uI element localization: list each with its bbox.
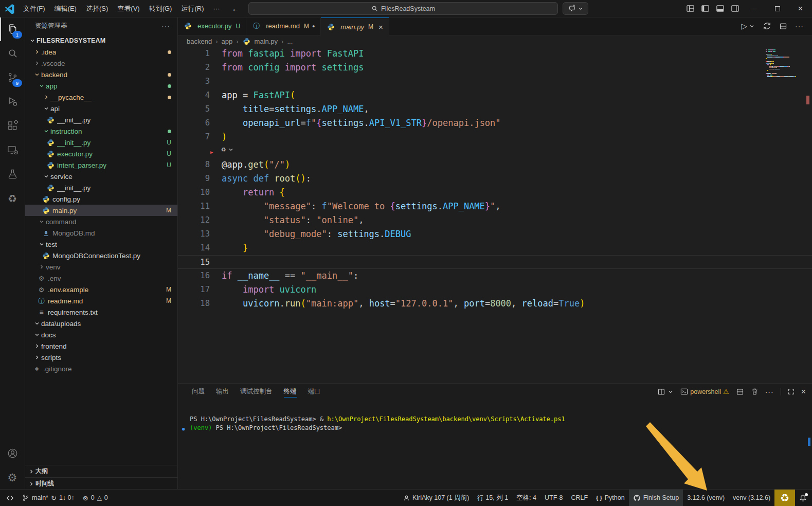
line-number[interactable]: 8: [178, 158, 210, 172]
sidebar-more-actions-icon[interactable]: ···: [161, 22, 170, 30]
status-cursor-position[interactable]: 行 15, 列 1: [473, 490, 512, 506]
tree-item-__pycache__[interactable]: __pycache__: [25, 92, 177, 103]
line-number[interactable]: 15: [178, 256, 210, 268]
line-number[interactable]: 6: [178, 116, 210, 130]
code-line-14[interactable]: 14 }: [178, 241, 812, 255]
code-line-12[interactable]: 12 "status": "online",: [178, 213, 812, 227]
tab-executor.py[interactable]: executor.pyU: [178, 17, 246, 35]
tab-close-icon[interactable]: ×: [378, 23, 383, 31]
tree-item-.idea[interactable]: .idea: [25, 46, 177, 58]
launch-profile-button[interactable]: [657, 388, 674, 396]
status-remote-indicator[interactable]: [2, 490, 18, 506]
line-number[interactable]: 11: [178, 200, 210, 213]
panel-tab-终端[interactable]: 终端: [278, 384, 302, 400]
maximize-button[interactable]: [766, 0, 789, 17]
maximize-panel-button[interactable]: [788, 388, 795, 395]
inline-ai-button[interactable]: ♻: [221, 146, 234, 153]
tree-item-app[interactable]: app: [25, 80, 177, 92]
status-indentation[interactable]: 空格: 4: [512, 490, 540, 506]
code-line-18[interactable]: 18 uvicorn.run("main:app", host="127.0.0…: [178, 297, 812, 311]
tree-item-service[interactable]: service: [25, 171, 177, 182]
toggle-sidebar-left-button[interactable]: [698, 4, 713, 13]
run-python-file-button[interactable]: ▷: [741, 22, 755, 30]
line-number[interactable]: 13: [178, 227, 210, 241]
tree-item-__init__.py[interactable]: __init__.py: [25, 182, 177, 193]
sidebar-section-outline[interactable]: 大纲: [25, 465, 177, 477]
code-editor[interactable]: 1from fastapi import FastAPI2from config…: [178, 47, 812, 383]
back-arrow-icon[interactable]: ←: [231, 5, 239, 12]
panel-tab-输出[interactable]: 输出: [210, 384, 234, 400]
more-actions-button[interactable]: ···: [795, 23, 804, 30]
rerun-button[interactable]: [763, 22, 771, 30]
line-number[interactable]: 5: [178, 102, 210, 116]
line-number[interactable]: 17: [178, 283, 210, 297]
tree-item-api[interactable]: api: [25, 103, 177, 114]
status-problems[interactable]: ⊗0△0: [79, 490, 112, 506]
status-ai-status[interactable]: ♻: [774, 490, 795, 506]
status-notifications[interactable]: [795, 490, 811, 506]
tree-item-backend[interactable]: backend: [25, 69, 177, 80]
status-git-branch[interactable]: main*↻1↓ 0↑: [18, 490, 79, 506]
code-line-5[interactable]: 5 title=settings.APP_NAME,: [178, 102, 812, 116]
activity-search[interactable]: [0, 41, 25, 65]
split-terminal-button[interactable]: [736, 388, 744, 396]
line-number[interactable]: 10: [178, 186, 210, 200]
code-line-15[interactable]: 15: [178, 255, 812, 269]
tree-item-intent_parser.py[interactable]: intent_parser.pyU: [25, 159, 177, 171]
customize-layout-button[interactable]: [683, 4, 698, 13]
panel-tab-端口[interactable]: 端口: [302, 384, 327, 400]
code-line-8[interactable]: 8@app.get("/"): [178, 158, 812, 172]
activity-remote-explorer[interactable]: [0, 138, 25, 162]
menu-item[interactable]: 文件(F): [19, 2, 50, 15]
activity-run-and-debug[interactable]: [0, 89, 25, 114]
tree-item-data-uploads[interactable]: data\uploads: [25, 318, 177, 329]
more-terminal-actions-button[interactable]: ···: [765, 388, 774, 395]
breadcrumb-item[interactable]: ...: [287, 38, 293, 45]
kill-terminal-button[interactable]: [751, 388, 759, 395]
tree-item-requirements.txt[interactable]: ≡requirements.txt: [25, 306, 177, 318]
code-line-1[interactable]: 1from fastapi import FastAPI: [178, 47, 812, 61]
status-venv-indicator[interactable]: venv (3.12.6): [729, 490, 774, 506]
activity-testing[interactable]: [0, 162, 25, 186]
tree-item-.vscode[interactable]: .vscode: [25, 58, 177, 69]
activity-ai-assistant[interactable]: ♻: [0, 186, 25, 210]
tree-item-MongoDB.md[interactable]: MongoDB.md: [25, 227, 177, 239]
panel-tab-调试控制台[interactable]: 调试控制台: [234, 384, 278, 400]
menu-item[interactable]: 选择(S): [81, 2, 113, 15]
code-line-17[interactable]: 17 import uvicorn: [178, 283, 812, 297]
status-finish-setup[interactable]: Finish Setup: [629, 490, 683, 506]
code-line-2[interactable]: 2from config import settings: [178, 61, 812, 75]
line-number[interactable]: 3: [178, 75, 210, 88]
tree-item-instruction[interactable]: instruction: [25, 125, 177, 137]
line-number[interactable]: 14: [178, 241, 210, 255]
close-window-button[interactable]: ×: [789, 0, 812, 17]
breadcrumb-item[interactable]: backend: [187, 38, 212, 45]
status-language-mode[interactable]: { }Python: [592, 490, 629, 506]
terminal-tab-powershell-button[interactable]: powershell⚠: [680, 388, 729, 395]
activity-source-control[interactable]: 9: [0, 65, 25, 89]
tab-readme.md[interactable]: ⓘreadme.mdM●: [246, 17, 321, 35]
line-number[interactable]: 4: [178, 88, 210, 102]
close-panel-button[interactable]: ×: [801, 388, 806, 396]
status-git-blame[interactable]: KiriAky 107 (1 周前): [399, 490, 473, 506]
tree-item-executor.py[interactable]: executor.pyU: [25, 148, 177, 159]
code-line-3[interactable]: 3: [178, 75, 812, 88]
menu-item[interactable]: 查看(V): [113, 2, 144, 15]
terminal[interactable]: PS H:\OwnProject\FilesReadSysteam> & h:\…: [178, 400, 812, 490]
line-number[interactable]: 18: [178, 297, 210, 311]
tree-item-venv[interactable]: venv: [25, 261, 177, 273]
command-center-search[interactable]: FilesReadSysteam: [248, 2, 558, 15]
split-editor-button[interactable]: [779, 22, 787, 30]
tree-item-readme.md[interactable]: ⓘreadme.mdM: [25, 295, 177, 306]
status-python-version[interactable]: 3.12.6 (venv): [683, 490, 729, 506]
code-line-7[interactable]: 7): [178, 130, 812, 144]
tree-item-command[interactable]: command: [25, 216, 177, 227]
tree-item-test[interactable]: test: [25, 239, 177, 250]
tree-root[interactable]: FILESREADSYSTEAM: [25, 35, 177, 46]
menu-item[interactable]: ···: [208, 3, 224, 14]
tree-item-.env.example[interactable]: ⚙.env.exampleM: [25, 284, 177, 295]
tree-item-scripts[interactable]: scripts: [25, 352, 177, 363]
code-line-16[interactable]: 16if __name__ == "__main__":: [178, 269, 812, 283]
minimap[interactable]: [766, 49, 802, 78]
code-line-9[interactable]: 9async def root():: [178, 172, 812, 186]
